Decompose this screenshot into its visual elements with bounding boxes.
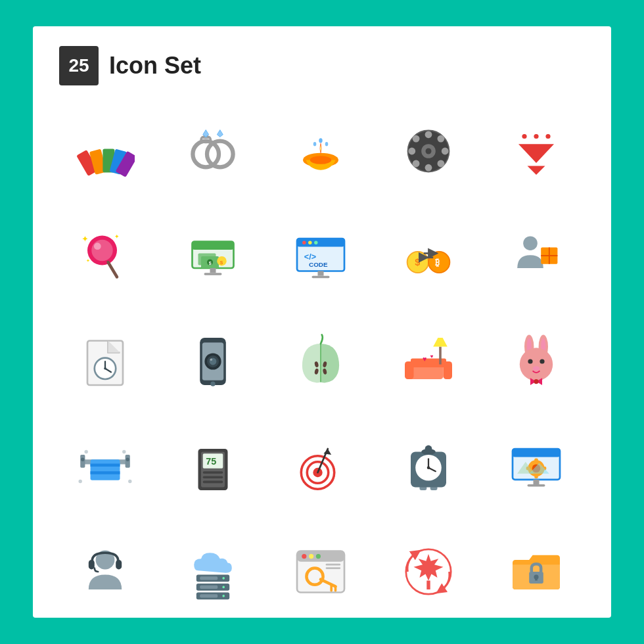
svg-point-134 xyxy=(427,467,430,470)
icon-diya-lamp xyxy=(275,105,367,197)
svg-point-29 xyxy=(534,134,538,139)
svg-point-111 xyxy=(126,458,129,461)
svg-text:✦: ✦ xyxy=(81,235,89,244)
svg-text:✦: ✦ xyxy=(86,258,90,264)
svg-rect-49 xyxy=(204,273,222,275)
svg-rect-58 xyxy=(312,276,330,279)
svg-point-54 xyxy=(314,241,317,244)
icon-towel-rack xyxy=(59,421,151,513)
icon-lollipop: ✦ ✦ ✦ xyxy=(59,210,151,302)
svg-rect-120 xyxy=(203,471,223,474)
icon-easter-bunny xyxy=(490,315,582,407)
icon-living-room: ♥ ♥ xyxy=(382,315,474,407)
icon-scale: 75 xyxy=(167,421,259,513)
svg-point-63 xyxy=(523,236,538,250)
svg-point-25 xyxy=(438,160,445,168)
icon-code-monitor: </> CODE xyxy=(275,210,367,302)
main-card: 25 Icon Set xyxy=(33,26,611,618)
svg-rect-150 xyxy=(89,560,95,569)
svg-marker-31 xyxy=(518,144,554,163)
svg-rect-138 xyxy=(513,449,560,457)
svg-point-98 xyxy=(528,359,532,363)
svg-rect-41 xyxy=(193,242,234,250)
svg-text:75: 75 xyxy=(206,456,216,467)
svg-rect-146 xyxy=(528,484,545,487)
svg-point-20 xyxy=(425,131,432,138)
svg-text:$: $ xyxy=(220,260,223,265)
svg-text:✦: ✦ xyxy=(114,233,120,240)
svg-point-165 xyxy=(316,554,321,559)
icon-key-browser xyxy=(275,526,367,618)
svg-point-163 xyxy=(302,554,306,559)
svg-point-157 xyxy=(222,595,225,597)
svg-marker-32 xyxy=(528,166,545,175)
svg-point-103 xyxy=(534,379,538,384)
svg-rect-160 xyxy=(200,594,218,597)
svg-point-156 xyxy=(222,586,225,589)
svg-point-97 xyxy=(520,348,553,380)
svg-rect-109 xyxy=(126,455,130,468)
svg-point-26 xyxy=(438,135,445,143)
svg-marker-90 xyxy=(433,338,448,347)
icon-bitcoin-exchange: $ ₿ xyxy=(382,210,474,302)
icon-monitor-gear xyxy=(490,421,582,513)
svg-rect-158 xyxy=(200,576,218,580)
icon-funnel-down xyxy=(490,105,582,197)
svg-text:♥: ♥ xyxy=(430,354,434,359)
icon-grid: ✦ ✦ ✦ $ $ xyxy=(59,105,585,618)
svg-point-34 xyxy=(91,240,112,261)
svg-point-155 xyxy=(222,577,225,580)
svg-point-113 xyxy=(122,450,126,453)
svg-text:$: $ xyxy=(209,260,212,266)
icon-money-monitor: $ $ xyxy=(167,210,259,302)
svg-rect-48 xyxy=(210,268,216,273)
svg-rect-159 xyxy=(200,586,218,589)
svg-rect-121 xyxy=(203,476,223,478)
svg-marker-11 xyxy=(217,130,223,137)
svg-rect-105 xyxy=(91,459,120,480)
icon-film-reel xyxy=(382,105,474,197)
icon-phone-camera xyxy=(167,315,259,407)
icon-apple-half xyxy=(275,315,367,407)
svg-point-22 xyxy=(408,148,415,155)
svg-point-99 xyxy=(540,359,544,363)
svg-rect-57 xyxy=(318,271,324,276)
svg-point-27 xyxy=(413,160,420,168)
svg-point-15 xyxy=(313,142,317,146)
svg-point-112 xyxy=(85,450,88,453)
svg-point-21 xyxy=(425,164,432,172)
svg-point-100 xyxy=(533,366,540,371)
svg-point-79 xyxy=(210,382,215,386)
svg-text:₿: ₿ xyxy=(435,257,440,267)
svg-point-110 xyxy=(81,458,84,461)
svg-point-19 xyxy=(426,149,432,154)
svg-point-30 xyxy=(545,134,550,139)
icon-file-clock xyxy=(59,315,151,407)
svg-point-164 xyxy=(309,554,313,559)
svg-point-13 xyxy=(310,156,331,164)
svg-point-23 xyxy=(442,148,449,155)
page-title: Icon Set xyxy=(109,52,201,80)
svg-point-16 xyxy=(325,142,329,146)
svg-rect-89 xyxy=(439,347,442,365)
icon-cloud-server xyxy=(167,526,259,618)
icon-color-swatches xyxy=(59,105,151,197)
svg-point-24 xyxy=(413,135,420,143)
svg-rect-176 xyxy=(535,577,538,580)
svg-point-72 xyxy=(104,367,106,370)
icon-person-box xyxy=(490,210,582,302)
icon-alarm-clock xyxy=(382,421,474,513)
svg-point-115 xyxy=(128,480,131,483)
svg-point-14 xyxy=(319,138,322,143)
svg-text:CODE: CODE xyxy=(309,261,328,268)
svg-rect-108 xyxy=(80,455,85,468)
icon-wedding-rings xyxy=(167,105,259,197)
icon-headset-person xyxy=(59,526,151,618)
svg-point-78 xyxy=(210,359,213,361)
svg-point-28 xyxy=(522,134,526,139)
svg-rect-141 xyxy=(534,458,538,463)
icon-lock-folder xyxy=(490,526,582,618)
svg-rect-107 xyxy=(91,471,120,474)
number-badge: 25 xyxy=(59,46,99,85)
svg-point-136 xyxy=(425,446,432,453)
